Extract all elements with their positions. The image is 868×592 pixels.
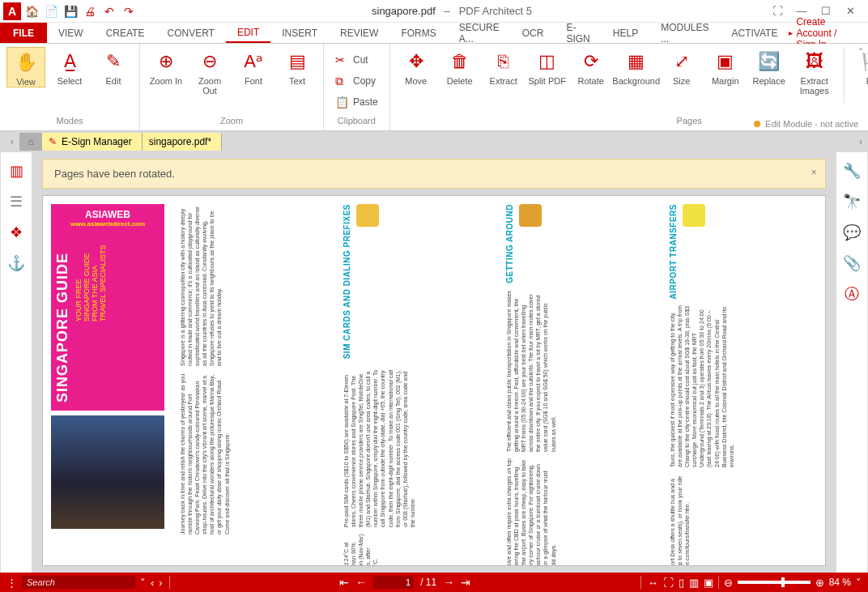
tab-help[interactable]: HELP [602, 23, 649, 43]
guide-header-column: ASIAWEBwww.asiawebdirect.com SINGAPORE G… [51, 204, 164, 566]
tab-document[interactable]: singapore.pdf* [143, 133, 222, 151]
prev-page-icon[interactable]: ← [355, 576, 367, 589]
search-next-icon[interactable]: › [159, 577, 162, 589]
tab-modules[interactable]: MODULES ... [649, 23, 720, 43]
home-icon[interactable]: 🏠 [23, 2, 40, 20]
margin-icon: ▣ [713, 49, 738, 75]
left-rail: ▥ ☰ ❖ ⚓ [0, 152, 32, 573]
extract-button[interactable]: ⎘Extract [484, 47, 523, 86]
tab-view[interactable]: VIEW [47, 23, 95, 43]
zoom-in-button[interactable]: ⊕ Zoom In [147, 47, 185, 86]
document-filename: singapore.pdf [372, 5, 436, 17]
delete-button[interactable]: 🗑Delete [440, 47, 479, 86]
edit-mode-button[interactable]: ✎ Edit [94, 47, 133, 86]
paste-button[interactable]: 📋Paste [330, 92, 383, 112]
new-icon[interactable]: 📄 [42, 2, 60, 20]
zoom-value: 84 % [829, 577, 851, 588]
view-mode-button[interactable]: ✋ View [6, 47, 45, 87]
home-tab[interactable]: ⌂ [19, 133, 42, 151]
bookmarks-icon[interactable]: ☰ [6, 191, 27, 212]
close-notification-icon[interactable]: × [811, 166, 817, 178]
font-button[interactable]: Aᵃ Font [234, 47, 273, 86]
tab-convert[interactable]: CONVERT [155, 23, 225, 43]
text-button[interactable]: ▤ Text [278, 47, 317, 86]
attachments-icon[interactable]: 📎 [841, 253, 862, 274]
tab-edit[interactable]: EDIT [226, 23, 270, 43]
thumbnails-icon[interactable]: ▥ [6, 160, 27, 181]
search-input[interactable] [22, 576, 135, 589]
zoom-out-button[interactable]: ⊖ Zoom Out [190, 47, 229, 96]
menu-icon[interactable]: ⋮ [6, 577, 17, 589]
fit-page-icon[interactable]: ⛶ [663, 577, 674, 589]
tools-icon[interactable]: 🔧 [841, 160, 862, 181]
anchor-icon[interactable]: ⚓ [6, 253, 27, 274]
fit-width-icon[interactable]: ↔ [648, 577, 658, 589]
ribbon-toggle-icon[interactable]: ⛶ [766, 2, 789, 20]
app-logo: A [3, 2, 21, 20]
next-page-icon[interactable]: → [443, 576, 454, 589]
stamp-icon[interactable]: Ⓐ [841, 283, 862, 305]
background-button[interactable]: ▦Background [615, 47, 657, 86]
body-column-4: AIRPORT TRANSFERS Taxis, the quickest if… [669, 204, 818, 566]
extract-images-button[interactable]: 🖼Extract Images [794, 47, 836, 96]
tab-create[interactable]: CREATE [95, 23, 156, 43]
status-bar: ⋮ ˅ ‹ › ⇤ ← / 11 → ⇥ ↔ ⛶ ▯ ▥ ▣ ⊖ ⊕ 84 % … [0, 573, 868, 592]
page-canvas[interactable]: ASIAWEBwww.asiawebdirect.com SINGAPORE G… [42, 195, 826, 566]
weather-body: apore is hot and humid year-round. C at … [343, 534, 491, 566]
search-options-icon[interactable]: ˅ [140, 577, 146, 589]
zoom-dropdown-icon[interactable]: ˅ [856, 577, 862, 589]
move-button[interactable]: ✥Move [397, 47, 436, 86]
print-icon[interactable]: 🖨 [81, 2, 99, 20]
two-page-icon[interactable]: ▣ [704, 577, 713, 589]
rotate-button[interactable]: ⟳Rotate [572, 47, 611, 86]
cut-button[interactable]: ✂Cut [330, 50, 383, 70]
copy-button[interactable]: ⧉Copy [330, 71, 383, 91]
tab-prev-icon[interactable]: ‹ [5, 136, 19, 147]
undo-icon[interactable]: ↶ [100, 2, 118, 20]
tab-activate[interactable]: ACTIVATE [720, 23, 789, 43]
comments-icon[interactable]: 💬 [841, 222, 862, 243]
last-page-icon[interactable]: ⇥ [461, 576, 470, 589]
layers-icon[interactable]: ❖ [6, 222, 27, 243]
save-icon[interactable]: 💾 [62, 2, 79, 20]
tab-review[interactable]: REVIEW [329, 23, 389, 43]
margin-button[interactable]: ▣Margin [706, 47, 745, 86]
search-prev-icon[interactable]: ‹ [151, 577, 154, 589]
paste-icon: 📋 [335, 96, 348, 109]
first-page-icon[interactable]: ⇤ [339, 576, 349, 589]
text-icon: ▤ [284, 49, 310, 75]
account-link[interactable]: Create Account / Sign In [789, 23, 868, 43]
tab-esign-manager[interactable]: ✎E-Sign Manager [42, 133, 143, 151]
select-mode-button[interactable]: A̲ Select [50, 47, 89, 86]
size-button[interactable]: ⤢Size [662, 47, 701, 86]
zoom-slider[interactable] [738, 581, 811, 584]
move-icon: ✥ [403, 49, 429, 75]
redo-icon[interactable]: ↷ [120, 2, 138, 20]
extract-icon: ⎘ [491, 49, 517, 75]
tab-secure[interactable]: SECURE A... [448, 23, 511, 43]
cut-icon: ✂ [335, 53, 348, 66]
quick-access-toolbar: A 🏠 📄 💾 🖨 ↶ ↷ [0, 2, 138, 20]
zoom-out-status-icon[interactable]: ⊖ [724, 577, 733, 589]
getting-body2: Taxis are more expensive and often requi… [505, 458, 654, 566]
zoom-in-status-icon[interactable]: ⊕ [815, 577, 824, 589]
background-icon: ▦ [623, 49, 649, 75]
file-tab[interactable]: FILE [0, 23, 47, 43]
tab-esign[interactable]: E-SIGN [555, 23, 601, 43]
single-page-icon[interactable]: ▯ [679, 577, 684, 589]
continuous-icon[interactable]: ▥ [689, 577, 699, 589]
search-panel-icon[interactable]: 🔭 [841, 191, 862, 212]
collapse-ribbon-icon[interactable]: ˄ [858, 47, 863, 58]
replace-button[interactable]: 🔄Replace [750, 47, 789, 86]
pen-icon: ✎ [49, 136, 57, 147]
size-icon: ⤢ [669, 49, 695, 75]
tab-forms[interactable]: FORMS [389, 23, 447, 43]
status-center: ⇤ ← / 11 → ⇥ [177, 576, 634, 589]
tab-ocr[interactable]: OCR [511, 23, 555, 43]
group-label: Clipboard [324, 116, 389, 130]
tab-insert[interactable]: INSERT [270, 23, 329, 43]
page-number-input[interactable] [373, 576, 414, 589]
split-pdf-button[interactable]: ◫Split PDF [528, 47, 567, 86]
tab-next-icon[interactable]: › [853, 136, 868, 147]
font-icon: Aᵃ [240, 49, 266, 75]
